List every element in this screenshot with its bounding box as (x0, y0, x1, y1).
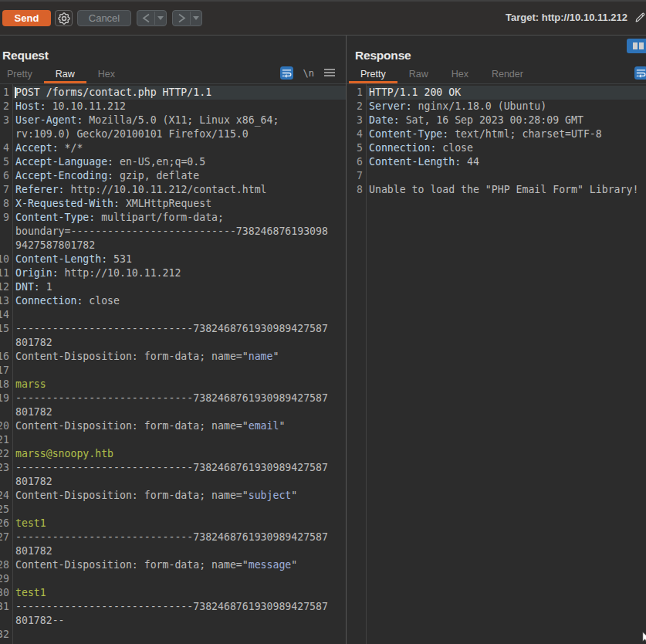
editor-line-28: 28Content-Disposition: form-data; name="… (0, 558, 346, 572)
tab-pretty[interactable]: Pretty (0, 64, 44, 83)
line-number: 7 (347, 169, 367, 183)
request-editor[interactable]: 1POST /forms/contact.php HTTP/1.12Host: … (0, 83, 346, 644)
editor-line-16: 16Content-Disposition: form-data; name="… (0, 350, 346, 364)
text-segment-val: 801782 (15, 476, 52, 487)
text-segment-body: marss (15, 378, 46, 390)
tab-hex[interactable]: Hex (440, 64, 480, 83)
tab-hex[interactable]: Hex (86, 64, 127, 83)
burp-repeater-window: Send Cancel (0, 0, 646, 644)
editor-line-11: 11Origin: http://10.10.11.212 (0, 266, 346, 280)
editor-line-6: 6Accept-Encoding: gzip, deflate (0, 169, 346, 183)
target-url: http://10.10.11.212 (542, 12, 627, 23)
editor-line-3-wrap: rv:109.0) Gecko/20100101 Firefox/115.0 (0, 127, 346, 141)
settings-gear-button[interactable] (55, 10, 73, 26)
newline-icon[interactable]: \n (303, 68, 314, 79)
chevron-left-icon[interactable] (137, 11, 154, 25)
next-history-dropdown[interactable] (191, 11, 201, 25)
editor-line-27-wrap: 801782 (0, 544, 346, 558)
text-segment-val: */* (59, 142, 83, 154)
text-segment-str: email (249, 420, 279, 432)
response-panel-title: Response (355, 49, 411, 63)
text-caret (15, 87, 16, 98)
line-number (0, 127, 13, 141)
text-segment-name: Date: (369, 114, 400, 126)
text-segment-val: 9427587801782 (15, 239, 95, 251)
editor-line-17: 17 (0, 364, 346, 378)
line-number: 13 (0, 294, 13, 308)
line-number: 12 (0, 280, 13, 294)
right-pane-glyph (639, 42, 644, 49)
request-panel-title: Request (2, 49, 49, 63)
menu-icon[interactable] (324, 66, 335, 80)
text-segment-val: close (436, 142, 473, 154)
line-text: Host: 10.10.11.212 (13, 100, 346, 114)
editor-line-24: 24Content-Disposition: form-data; name="… (0, 489, 346, 503)
cancel-button[interactable]: Cancel (77, 10, 131, 26)
request-tabbar: PrettyRawHex (0, 64, 127, 83)
target-edit-button[interactable] (634, 12, 646, 23)
line-text: Unable to load the "PHP Email Form" Libr… (367, 183, 646, 197)
line-text: Content-Type: multipart/form-data; (13, 211, 346, 225)
response-editor[interactable]: 1HTTP/1.1 200 OK2Server: nginx/1.18.0 (U… (347, 83, 646, 644)
line-text: Content-Disposition: form-data; name="em… (13, 419, 346, 433)
line-text: Accept: */* (13, 141, 346, 155)
editor-line-14: 14 (0, 308, 346, 322)
editor-line-23: 23-----------------------------738246876… (0, 461, 346, 475)
editor-line-19: 19-----------------------------738246876… (0, 391, 346, 405)
text-segment-val: boundary=---------------------------7382… (15, 225, 328, 237)
line-text (367, 169, 646, 183)
line-number: 5 (0, 155, 13, 169)
editor-line-9: 9Content-Type: multipart/form-data; (0, 211, 346, 225)
line-number: 3 (347, 114, 367, 127)
editor-line-27: 27-----------------------------738246876… (0, 530, 346, 544)
editor-line-8: 8Unable to load the "PHP Email Form" Lib… (347, 183, 646, 197)
line-text: Connection: close (13, 294, 346, 308)
tab-raw[interactable]: Raw (397, 64, 440, 83)
gear-icon (58, 12, 70, 25)
line-number: 5 (347, 141, 367, 155)
text-segment-val: " (272, 351, 279, 362)
line-text: boundary=---------------------------7382… (13, 225, 346, 239)
line-text: -----------------------------73824687619… (13, 461, 346, 475)
mouse-pointer (642, 632, 646, 644)
tab-raw[interactable]: Raw (44, 64, 86, 83)
line-number: 17 (0, 364, 13, 378)
previous-request-button[interactable] (137, 10, 167, 26)
editor-line-9-wrap: boundary=---------------------------7382… (0, 225, 346, 239)
text-segment-bright: POST /forms/contact.php HTTP/1.1 (15, 86, 211, 98)
text-segment-val: multipart/form-data; (95, 212, 230, 223)
text-segment-name: Content-Type: (369, 128, 448, 140)
next-request-button[interactable] (172, 10, 202, 26)
text-segment-name: Content-Length: (369, 156, 461, 168)
repeater-toolbar: Send Cancel (0, 0, 646, 36)
line-text: marss@snoopy.htb (13, 447, 346, 461)
tab-pretty[interactable]: Pretty (349, 64, 397, 83)
text-segment-val: 44 (461, 156, 479, 168)
text-segment-val: " (291, 559, 297, 571)
line-number: 14 (0, 308, 13, 322)
tab-render[interactable]: Render (480, 64, 535, 83)
split-view-icon[interactable] (627, 39, 646, 53)
editor-line-3: 3User-Agent: Mozilla/5.0 (X11; Linux x86… (0, 114, 346, 127)
line-number: 29 (0, 572, 13, 586)
text-segment-name: X-Requested-With: (15, 198, 120, 209)
previous-history-dropdown[interactable] (155, 11, 166, 25)
line-text: 801782 (13, 405, 346, 419)
panel-splitter[interactable] (346, 36, 347, 644)
left-pane-glyph (633, 42, 638, 49)
send-button[interactable]: Send (2, 10, 51, 26)
chevron-right-icon[interactable] (173, 11, 190, 25)
line-number: 26 (0, 517, 13, 530)
line-number: 2 (0, 100, 13, 114)
editor-line-15-wrap: 801782 (0, 336, 346, 350)
line-number: 4 (0, 141, 13, 155)
editor-line-12: 12DNT: 1 (0, 280, 346, 294)
text-segment-val: Mozilla/5.0 (X11; Linux x86_64; (83, 114, 285, 126)
editor-line-15: 15-----------------------------738246876… (0, 322, 346, 336)
word-wrap-icon[interactable] (634, 66, 646, 80)
line-text (13, 572, 346, 586)
line-number: 4 (347, 127, 367, 141)
text-segment-val: XMLHttpRequest (120, 198, 211, 209)
text-segment-val: Unable to load the "PHP Email Form" Libr… (369, 184, 638, 195)
word-wrap-icon[interactable] (280, 66, 293, 80)
